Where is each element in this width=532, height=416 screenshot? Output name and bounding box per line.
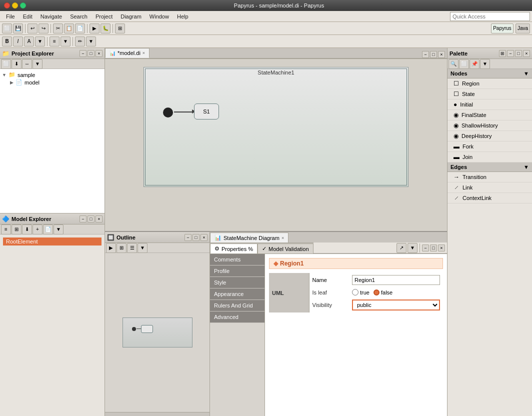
toolbar-perspective-btn[interactable]: ⊞	[115, 24, 125, 34]
is-leaf-false-label[interactable]: false	[374, 290, 392, 296]
tree-item-model[interactable]: ▶ 📄 model	[2, 78, 102, 86]
palette-item-link[interactable]: ⟋ Link	[448, 182, 532, 193]
visibility-select[interactable]: public private protected	[352, 300, 440, 310]
me-max-btn[interactable]: □	[88, 216, 94, 222]
state-s1-box[interactable]: S1	[194, 104, 219, 120]
diagram-area-max-btn[interactable]: □	[430, 51, 437, 58]
toolbar-undo-btn[interactable]: ↩	[28, 24, 38, 34]
toolbar2-btn4[interactable]: ▼	[35, 36, 45, 46]
diagram-canvas[interactable]: StateMachine1 S1	[105, 59, 447, 195]
model-di-tab[interactable]: 📊 *model.di ×	[105, 48, 150, 58]
me-tb-btn1[interactable]: ≡	[1, 224, 11, 234]
menu-project[interactable]: Project	[92, 12, 116, 20]
palette-tb-btn2[interactable]: ⬜	[459, 59, 469, 69]
menu-help[interactable]: Help	[173, 12, 192, 20]
palette-item-shallowhistory[interactable]: ◉ ShallowHistory	[448, 120, 532, 131]
minimize-button[interactable]	[12, 2, 18, 8]
sm-diagram-close[interactable]: ×	[282, 236, 284, 240]
props-tb-btn2[interactable]: ▼	[408, 243, 418, 253]
palette-edges-header[interactable]: Edges ▼	[448, 162, 532, 172]
palette-item-deephistory[interactable]: ◉ DeepHistory	[448, 131, 532, 142]
properties-tab[interactable]: ⚙ Properties %	[210, 244, 258, 254]
props-nav-profile[interactable]: Profile	[210, 266, 264, 277]
palette-tb-btn1[interactable]: 🔍	[448, 59, 458, 69]
state-machine-container[interactable]: StateMachine1 S1	[144, 67, 408, 187]
project-explorer-max-btn[interactable]: □	[88, 50, 94, 57]
pe-tb-btn3[interactable]: ↔	[22, 59, 32, 69]
palette-close-btn[interactable]: ×	[523, 50, 530, 57]
props-tb-btn1[interactable]: ↗	[396, 243, 406, 253]
palette-controls[interactable]: ⊞ − □ ×	[499, 50, 530, 57]
toolbar2-btn7[interactable]: ✏	[75, 36, 85, 46]
diagram-area-close-btn[interactable]: ×	[438, 51, 445, 58]
outline-tb-btn1[interactable]: ▶	[106, 243, 116, 253]
root-element-item[interactable]: RootElement	[3, 238, 102, 246]
project-explorer-close-btn[interactable]: ×	[96, 50, 102, 57]
outline-controls[interactable]: − □ ×	[184, 234, 208, 241]
initial-state-node[interactable]	[163, 108, 173, 118]
toolbar2-btn6[interactable]: ▼	[60, 36, 70, 46]
toolbar-cut-btn[interactable]: ✂	[53, 24, 63, 34]
palette-item-join[interactable]: ▬ Join	[448, 152, 532, 162]
menu-search[interactable]: Search	[66, 12, 92, 20]
is-leaf-true-label[interactable]: true	[352, 289, 370, 296]
palette-item-transition[interactable]: → Transition	[448, 172, 532, 182]
outline-max-btn[interactable]: □	[192, 234, 200, 241]
model-explorer-controls[interactable]: − □ ×	[80, 216, 102, 222]
model-di-tab-close[interactable]: ×	[142, 50, 145, 56]
palette-item-initial[interactable]: ● Initial	[448, 100, 532, 110]
outline-tb-btn4[interactable]: ▼	[138, 243, 148, 253]
toolbar-paste-btn[interactable]: 📄	[75, 24, 85, 34]
pe-tb-btn1[interactable]: ⬜	[1, 59, 11, 69]
tree-item-sample[interactable]: ▼ 📁 sample	[2, 71, 102, 78]
is-leaf-true-radio[interactable]	[352, 289, 358, 296]
props-nav-rulers[interactable]: Rulers And Grid	[210, 300, 264, 312]
diagram-area-min-btn[interactable]: −	[422, 51, 429, 58]
toolbar-redo-btn[interactable]: ↪	[38, 24, 48, 34]
toolbar2-btn1[interactable]: B	[2, 36, 12, 46]
toolbar-new-btn[interactable]: ⬜	[2, 24, 12, 34]
palette-expand-btn[interactable]: ⊞	[499, 50, 506, 57]
menu-edit[interactable]: Edit	[19, 12, 36, 20]
project-explorer-controls[interactable]: − □ ×	[80, 50, 102, 57]
toolbar2-btn2[interactable]: I	[13, 36, 23, 46]
menu-diagram[interactable]: Diagram	[116, 12, 146, 20]
outline-tb-btn2[interactable]: ⊞	[116, 243, 126, 253]
pe-tb-btn4[interactable]: ▼	[32, 59, 42, 69]
me-close-btn[interactable]: ×	[96, 216, 102, 222]
me-tb-btn2[interactable]: ⊞	[12, 224, 22, 234]
toolbar2-btn3[interactable]: A	[24, 36, 34, 46]
project-explorer-min-btn[interactable]: −	[80, 50, 86, 57]
menu-file[interactable]: File	[2, 12, 19, 20]
props-min-btn[interactable]: −	[422, 244, 429, 252]
outline-min-btn[interactable]: −	[184, 234, 192, 241]
toolbar2-btn5[interactable]: ≡	[50, 36, 60, 46]
props-close-btn[interactable]: ×	[438, 244, 445, 252]
window-controls[interactable]	[4, 2, 26, 8]
me-min-btn[interactable]: −	[80, 216, 86, 222]
outline-close-btn[interactable]: ×	[200, 234, 208, 241]
me-tb-btn4[interactable]: +	[32, 224, 42, 234]
outline-scrollbar[interactable]	[105, 412, 210, 416]
props-max-btn[interactable]: □	[430, 244, 437, 252]
close-button[interactable]	[4, 2, 10, 8]
props-nav-comments[interactable]: Comments	[210, 254, 264, 266]
sm-diagram-tab[interactable]: 📊 StateMachine Diagram ×	[210, 232, 288, 242]
palette-item-state[interactable]: ☐ State	[448, 89, 532, 100]
toolbar-save-btn[interactable]: 💾	[13, 24, 23, 34]
java-perspective-btn[interactable]: Java	[516, 24, 530, 34]
me-tb-btn5[interactable]: 📄	[43, 224, 53, 234]
palette-max-btn[interactable]: □	[515, 50, 522, 57]
menu-window[interactable]: Window	[146, 12, 173, 20]
palette-tb-btn4[interactable]: ▼	[480, 59, 490, 69]
palette-item-contextlink[interactable]: ⟋ ContextLink	[448, 193, 532, 204]
props-nav-advanced[interactable]: Advanced	[210, 312, 264, 323]
props-nav-style[interactable]: Style	[210, 277, 264, 288]
maximize-button[interactable]	[20, 2, 26, 8]
name-input[interactable]	[352, 275, 440, 285]
quick-access-input[interactable]	[450, 12, 530, 21]
toolbar2-btn8[interactable]: ▼	[86, 36, 96, 46]
palette-item-region[interactable]: ☐ Region	[448, 78, 532, 89]
palette-nodes-header[interactable]: Nodes ▼	[448, 69, 532, 78]
me-tb-btn6[interactable]: ▼	[54, 224, 64, 234]
